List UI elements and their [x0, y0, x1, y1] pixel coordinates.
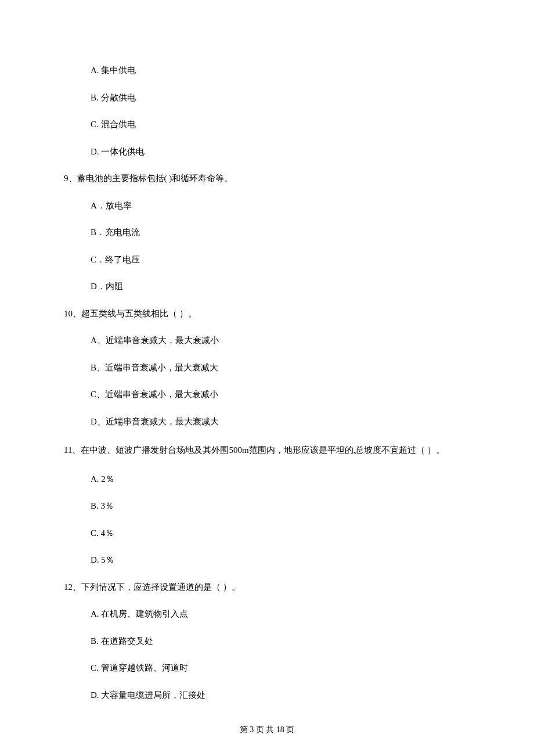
q8-option-b: B. 分散供电 [64, 91, 470, 105]
q9-text: 9、蓄电池的主要指标包括( )和循环寿命等。 [64, 172, 470, 185]
q11-text: 11、在中波、短波广播发射台场地及其外围500m范围内，地形应该是平坦的,总坡度… [64, 442, 470, 459]
q12-text: 12、下列情况下，应选择设置通道的是（ ）。 [64, 581, 470, 594]
page-footer: 第 3 页 共 18 页 [0, 725, 534, 735]
q10-option-c: C、近端串音衰减小，最大衰减小 [64, 388, 470, 401]
q8-option-d: D. 一体化供电 [64, 145, 470, 159]
q10-option-d: D、近端串音衰减大，最大衰减大 [64, 415, 470, 429]
q10-text: 10、超五类线与五类线相比（ ）。 [64, 307, 470, 321]
q12-option-d: D. 大容量电缆进局所，汇接处 [64, 689, 470, 702]
q12-option-c: C. 管道穿越铁路、河道时 [64, 661, 470, 675]
q10-option-a: A、近端串音衰减大，最大衰减小 [64, 334, 470, 347]
q8-option-c: C. 混合供电 [64, 118, 470, 131]
q12-option-b: B. 在道路交叉处 [64, 635, 470, 648]
q11-option-c: C. 4％ [64, 527, 470, 540]
q9-option-c: C．终了电压 [64, 253, 470, 267]
q11-option-a: A. 2％ [64, 473, 470, 486]
page-content: A. 集中供电 B. 分散供电 C. 混合供电 D. 一体化供电 9、蓄电池的主… [0, 0, 534, 750]
q8-option-a: A. 集中供电 [64, 64, 470, 77]
q11-option-b: B. 3％ [64, 499, 470, 513]
q12-option-a: A. 在机房、建筑物引入点 [64, 607, 470, 621]
q9-option-d: D．内阻 [64, 280, 470, 293]
q9-option-b: B．充电电流 [64, 226, 470, 239]
q11-option-d: D. 5％ [64, 553, 470, 567]
q9-option-a: A．放电率 [64, 199, 470, 213]
q10-option-b: B、近端串音衰减小，最大衰减大 [64, 361, 470, 375]
